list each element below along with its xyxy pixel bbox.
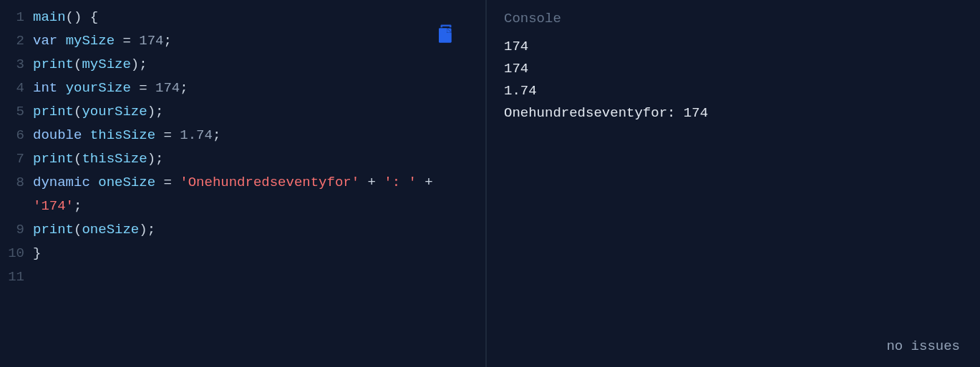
line-number: 1 — [3, 6, 33, 29]
console-line: 1.74 — [504, 80, 963, 102]
code-content[interactable]: print(oneSize); — [33, 218, 485, 242]
token: ; — [180, 80, 188, 96]
token — [90, 175, 98, 190]
line-number: 2 — [3, 29, 33, 53]
token: 174 — [139, 33, 163, 49]
code-content[interactable]: print(yourSize); — [33, 100, 485, 124]
code-line[interactable]: 3print(mySize); — [3, 53, 485, 77]
code-line[interactable]: 9print(oneSize); — [3, 218, 485, 242]
code-line[interactable]: 7print(thisSize); — [3, 147, 485, 171]
token: print — [33, 104, 74, 119]
code-line[interactable]: 11 — [3, 265, 485, 289]
token: var — [33, 33, 57, 49]
copy-icon[interactable] — [435, 23, 457, 44]
token: 'Onehundredseventyfor' — [180, 175, 359, 190]
token: thisSize — [90, 127, 155, 143]
token: + — [417, 175, 441, 190]
code-content[interactable]: int yourSize = 174; — [33, 77, 485, 100]
code-content[interactable]: main() { — [33, 6, 485, 29]
code-line[interactable]: 2var mySize = 174; — [3, 29, 485, 53]
token: ); — [131, 57, 147, 72]
token: ( — [74, 222, 82, 238]
app-root: 1main() {2var mySize = 174;3print(mySize… — [0, 0, 980, 367]
token: oneSize — [98, 175, 155, 190]
line-number: 8 — [3, 171, 33, 195]
code-line[interactable]: 1main() { — [3, 6, 485, 29]
code-content[interactable]: print(mySize); — [33, 53, 485, 77]
token: ; — [74, 198, 82, 214]
code-line[interactable]: 6double thisSize = 1.74; — [3, 124, 485, 147]
token — [57, 80, 65, 96]
token: yourSize — [66, 80, 131, 96]
token: = — [155, 127, 180, 143]
code-content[interactable]: dynamic oneSize = 'Onehundredseventyfor'… — [33, 171, 485, 218]
code-line[interactable]: 10} — [3, 242, 485, 265]
token: int — [33, 80, 57, 96]
token: = — [155, 175, 180, 190]
console-line: 174 — [504, 58, 963, 80]
token: oneSize — [82, 222, 139, 238]
token — [57, 33, 65, 49]
token: ); — [147, 151, 164, 167]
token: ': ' — [384, 175, 417, 190]
token: ; — [163, 33, 171, 49]
code-content[interactable]: var mySize = 174; — [33, 29, 485, 53]
code-area[interactable]: 1main() {2var mySize = 174;3print(mySize… — [0, 6, 485, 289]
line-number: 9 — [3, 218, 33, 242]
token: double — [33, 127, 82, 143]
token: () { — [66, 9, 99, 25]
token: mySize — [66, 33, 115, 49]
code-content[interactable]: } — [33, 242, 485, 265]
token: print — [33, 222, 74, 238]
line-number: 5 — [3, 100, 33, 124]
token: ( — [74, 57, 82, 72]
token: = — [115, 33, 139, 49]
code-content[interactable]: double thisSize = 1.74; — [33, 124, 485, 147]
token: 174 — [155, 80, 180, 96]
token: ( — [74, 151, 82, 167]
token: thisSize — [82, 151, 147, 167]
console-title: Console — [504, 7, 963, 30]
token: ( — [74, 104, 82, 119]
line-number: 6 — [3, 124, 33, 147]
token: = — [131, 80, 155, 96]
line-number: 7 — [3, 147, 33, 171]
token: ; — [213, 127, 220, 143]
code-line[interactable]: 4int yourSize = 174; — [3, 77, 485, 100]
line-number: 11 — [3, 265, 33, 289]
token: ); — [139, 222, 155, 238]
token — [82, 127, 89, 143]
token: main — [33, 9, 66, 25]
token: + — [359, 175, 384, 190]
console-pane: Console 1741741.74Onehundredseventyfor: … — [487, 0, 980, 367]
line-number: 10 — [3, 242, 33, 265]
token: dynamic — [33, 175, 90, 190]
token: '174' — [33, 198, 74, 214]
token: 1.74 — [180, 127, 213, 143]
token: print — [33, 151, 74, 167]
editor-pane[interactable]: 1main() {2var mySize = 174;3print(mySize… — [0, 0, 487, 367]
token: yourSize — [82, 104, 147, 119]
code-line[interactable]: 5print(yourSize); — [3, 100, 485, 124]
token: } — [33, 245, 41, 261]
token: ); — [147, 104, 164, 119]
console-output: 1741741.74Onehundredseventyfor: 174 — [504, 36, 963, 124]
console-line: Onehundredseventyfor: 174 — [504, 102, 963, 124]
line-number: 4 — [3, 77, 33, 100]
console-line: 174 — [504, 36, 963, 58]
token: mySize — [82, 57, 130, 72]
line-number: 3 — [3, 53, 33, 77]
code-content[interactable]: print(thisSize); — [33, 147, 485, 171]
status-text: no issues — [886, 338, 960, 354]
token: print — [33, 57, 74, 72]
code-line[interactable]: 8dynamic oneSize = 'Onehundredseventyfor… — [3, 171, 485, 218]
